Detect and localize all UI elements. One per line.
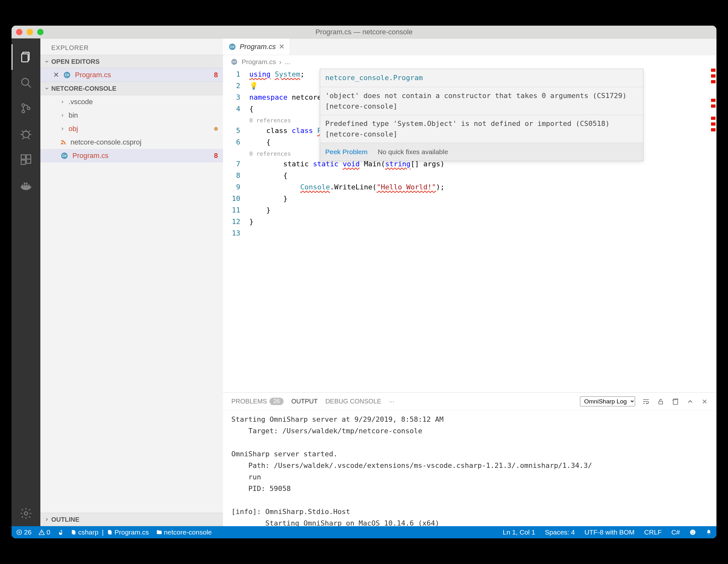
chevron-down-icon: [44, 86, 49, 91]
outline-section[interactable]: OUTLINE: [40, 513, 223, 526]
close-icon[interactable]: ✕: [53, 71, 59, 79]
folder-name: .vscode: [69, 98, 93, 106]
no-fix-label: No quick fixes available: [378, 146, 448, 158]
error-marker[interactable]: [711, 117, 716, 120]
settings-gear-icon[interactable]: [12, 501, 40, 526]
close-panel-icon[interactable]: [701, 398, 708, 405]
bottom-panel: PROBLEMS 26 OUTPUT DEBUG CONSOLE ··· Omn…: [223, 392, 716, 526]
folder-section[interactable]: NETCORE-CONSOLE: [40, 82, 223, 95]
panel-more-icon[interactable]: ···: [389, 398, 394, 405]
debug-console-tab[interactable]: DEBUG CONSOLE: [325, 398, 381, 405]
problems-tab[interactable]: PROBLEMS 26: [231, 398, 284, 405]
file-name: netcore-console.csproj: [70, 138, 141, 146]
editor-tabs: C# Program.cs ✕: [223, 38, 716, 55]
output-channel-select[interactable]: OmniSharp Log: [580, 396, 635, 406]
csharp-file-icon: C#: [230, 58, 238, 66]
tree-file-csproj[interactable]: netcore-console.csproj: [40, 136, 223, 149]
sidebar-title: EXPLORER: [40, 38, 223, 55]
tab-label: DEBUG CONSOLE: [325, 398, 381, 405]
svg-text:C#: C#: [232, 60, 236, 63]
error-marker[interactable]: [711, 128, 716, 131]
svg-rect-25: [72, 531, 75, 535]
docker-icon[interactable]: [12, 172, 40, 198]
error-count-badge: 8: [214, 71, 218, 79]
error-marker[interactable]: [711, 104, 716, 108]
status-folder[interactable]: netcore-console: [156, 528, 212, 536]
editor-tab[interactable]: C# Program.cs ✕: [223, 38, 290, 55]
peek-problem-link[interactable]: Peek Problem: [325, 146, 368, 158]
output-tab[interactable]: OUTPUT: [291, 398, 318, 405]
status-indentation[interactable]: Spaces: 4: [545, 528, 575, 536]
error-count-badge: 8: [214, 152, 218, 160]
svg-rect-9: [27, 155, 31, 159]
tree-file-program[interactable]: C# Program.cs 8: [40, 149, 223, 162]
zoom-window-button[interactable]: [37, 29, 44, 35]
editor-area: C# Program.cs ✕ C# Program.cs › ... 1 2: [223, 38, 716, 526]
search-icon[interactable]: [12, 70, 40, 95]
panel-tabs: PROBLEMS 26 OUTPUT DEBUG CONSOLE ··· Omn…: [223, 393, 716, 411]
error-marker[interactable]: [711, 69, 716, 72]
svg-point-6: [27, 107, 30, 110]
status-feedback-icon[interactable]: [690, 529, 696, 535]
status-bell-icon[interactable]: [706, 529, 712, 535]
tree-folder-vscode[interactable]: .vscode: [40, 95, 223, 109]
file-name: Program.cs: [72, 152, 108, 160]
code-editor[interactable]: 1 2 3 4 5 6 7 8 9 10 11 12 13: [223, 69, 716, 392]
close-tab-icon[interactable]: ✕: [279, 43, 285, 51]
status-eol[interactable]: CRLF: [644, 528, 662, 536]
breadcrumb-sep: ›: [279, 58, 281, 66]
debug-icon[interactable]: [12, 121, 40, 147]
error-marker[interactable]: [711, 99, 716, 102]
error-marker[interactable]: [711, 122, 716, 126]
tree-folder-obj[interactable]: obj: [40, 122, 223, 136]
status-encoding[interactable]: UTF-8 with BOM: [584, 528, 634, 536]
error-marker[interactable]: [711, 74, 716, 78]
svg-point-2: [22, 79, 29, 86]
tree-folder-bin[interactable]: bin: [40, 109, 223, 122]
activity-bar: [12, 38, 40, 526]
extensions-icon[interactable]: [12, 147, 40, 172]
svg-rect-8: [21, 155, 25, 159]
status-flame-icon[interactable]: [57, 529, 64, 535]
status-warnings[interactable]: 0: [38, 528, 50, 536]
tab-label: OUTPUT: [291, 398, 318, 405]
svg-text:C#: C#: [230, 45, 235, 48]
minimize-window-button[interactable]: [27, 29, 33, 35]
svg-point-28: [690, 530, 696, 535]
svg-rect-11: [27, 159, 31, 163]
overview-ruler[interactable]: [710, 69, 716, 319]
status-cursor-position[interactable]: Ln 1, Col 1: [503, 528, 535, 536]
clear-output-icon[interactable]: [672, 398, 679, 405]
lightbulb-icon[interactable]: 💡: [249, 82, 258, 90]
code-content[interactable]: using System; 💡 namespace netcore_consol…: [249, 69, 716, 392]
svg-point-30: [693, 531, 694, 532]
breadcrumb[interactable]: C# Program.cs › ...: [223, 55, 716, 69]
close-window-button[interactable]: [16, 29, 22, 35]
csharp-file-icon: C#: [228, 43, 236, 51]
maximize-panel-icon[interactable]: [686, 398, 694, 405]
section-label: OPEN EDITORS: [51, 58, 100, 65]
xml-file-icon: [60, 139, 67, 145]
status-errors[interactable]: 26: [16, 528, 31, 536]
status-csharp[interactable]: csharp | Program.cs: [71, 528, 149, 536]
breadcrumb-file: Program.cs: [242, 58, 276, 66]
explorer-icon[interactable]: [12, 44, 40, 70]
explorer-sidebar: EXPLORER OPEN EDITORS ✕ C# Program.cs 8 …: [40, 38, 223, 526]
source-control-icon[interactable]: [12, 95, 40, 121]
word-wrap-icon[interactable]: [642, 398, 650, 405]
csharp-file-icon: C#: [60, 152, 69, 160]
tab-label: PROBLEMS: [231, 398, 267, 405]
open-editors-section[interactable]: OPEN EDITORS: [40, 55, 223, 68]
chevron-right-icon: [44, 517, 49, 522]
breadcrumb-ellipsis: ...: [285, 58, 290, 66]
svg-point-12: [24, 512, 28, 515]
error-marker[interactable]: [711, 80, 716, 83]
output-content[interactable]: Starting OmniSharp server at 9/29/2019, …: [223, 411, 716, 526]
status-language[interactable]: C#: [671, 528, 680, 536]
titlebar: Program.cs — netcore-console: [12, 26, 716, 38]
app-window: Program.cs — netcore-console: [12, 26, 716, 538]
traffic-lights: [16, 29, 44, 35]
svg-point-5: [22, 110, 25, 113]
open-editor-item[interactable]: ✕ C# Program.cs 8: [40, 68, 223, 82]
lock-scroll-icon[interactable]: [657, 398, 665, 405]
